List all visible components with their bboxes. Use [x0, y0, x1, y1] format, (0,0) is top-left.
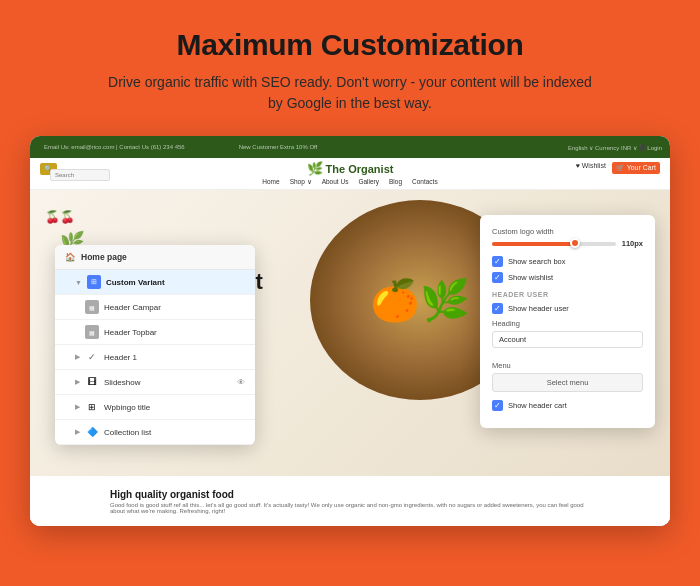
show-search-checkbox[interactable]: ✓: [492, 256, 503, 267]
cms-label-custom-variant: Custom Variant: [106, 278, 245, 287]
store-menu: Home Shop ∨ About Us Gallery Blog Contac…: [262, 178, 437, 186]
show-wishlist-row: ✓ Show wishlist: [492, 272, 643, 283]
checkmark-icon-user: ✓: [494, 305, 501, 313]
arrow-icon-wpbingo: ▶: [75, 403, 80, 411]
topbar-center-text: New Customer Extra 10% Off: [239, 144, 318, 150]
browser-topbar: Email Us: email@rico.com | Contact Us (6…: [30, 136, 670, 158]
page-subheadline: Drive organic traffic with SEO ready. Do…: [100, 72, 600, 114]
browser-mockup: Email Us: email@rico.com | Contact Us (6…: [30, 136, 670, 526]
heading-label: Heading: [492, 319, 643, 328]
show-wishlist-checkbox[interactable]: ✓: [492, 272, 503, 283]
collection-icon: 🔷: [85, 425, 99, 439]
checkmark-icon-wishlist: ✓: [494, 274, 501, 282]
wpbingo-icon: ⊞: [85, 400, 99, 414]
arrow-icon-slideshow: ▶: [75, 378, 80, 386]
menu-row: Menu Select menu: [492, 361, 643, 392]
menu-contacts[interactable]: Contacts: [412, 178, 438, 186]
arrow-icon-custom-variant: ▼: [75, 279, 82, 286]
show-cart-checkbox[interactable]: ✓: [492, 400, 503, 411]
cms-panel: 🏠 Home page ▼ ⊞ Custom Variant ▦ Header …: [55, 245, 255, 445]
cms-item-header-1[interactable]: ▶ ✓ Header 1: [55, 345, 255, 370]
cms-item-collection-list[interactable]: ▶ 🔷 Collection list: [55, 420, 255, 445]
show-cart-label: Show header cart: [508, 401, 567, 410]
cms-label-collection: Collection list: [104, 428, 245, 437]
cart-icon[interactable]: 🛒 Your Cart: [612, 162, 660, 174]
menu-about[interactable]: About Us: [322, 178, 349, 186]
logo-width-slider[interactable]: [492, 242, 616, 246]
cms-item-header-topbar[interactable]: ▦ Header Topbar: [55, 320, 255, 345]
food-emoji: 🍊🌿: [370, 277, 470, 324]
store-navigation: 🔍 🌿 The Organist Home Shop ∨ About Us Ga…: [30, 158, 670, 190]
grid-icon-header-topbar: ▦: [85, 325, 99, 339]
main-container: Maximum Customization Drive organic traf…: [0, 0, 700, 586]
cms-label-header-topbar: Header Topbar: [104, 328, 245, 337]
berry-decoration: 🍒🍒: [45, 210, 75, 224]
heading-row: Heading: [492, 319, 643, 353]
eye-icon-slideshow[interactable]: 👁: [237, 378, 245, 387]
show-wishlist-label: Show wishlist: [508, 273, 553, 282]
heading-input[interactable]: [492, 331, 643, 348]
show-header-user-label: Show header user: [508, 304, 569, 313]
tool-icon-header-1: ✓: [85, 350, 99, 364]
menu-shop[interactable]: Shop ∨: [290, 178, 312, 186]
settings-panel: Custom logo width 110px ✓ Show search: [480, 215, 655, 428]
menu-home[interactable]: Home: [262, 178, 279, 186]
cms-item-slideshow[interactable]: ▶ 🎞 Slideshow 👁: [55, 370, 255, 395]
cms-panel-header: 🏠 Home page: [55, 245, 255, 270]
arrow-icon-collection: ▶: [75, 428, 80, 436]
cms-label-slideshow: Slideshow: [104, 378, 232, 387]
show-search-row: ✓ Show search box: [492, 256, 643, 267]
cms-label-wpbingo: Wpbingo title: [104, 403, 245, 412]
logo-width-row: Custom logo width 110px: [492, 227, 643, 248]
cms-item-header-campar[interactable]: ▦ Header Campar: [55, 295, 255, 320]
slideshow-icon: 🎞: [85, 375, 99, 389]
checkmark-icon-cart: ✓: [494, 402, 501, 410]
menu-gallery[interactable]: Gallery: [358, 178, 379, 186]
store-icons: ♥ Wishlist 🛒 Your Cart: [576, 162, 660, 174]
grid-icon-header-campar: ▦: [85, 300, 99, 314]
bottom-title: High quality organist food: [110, 489, 590, 500]
cms-panel-title: Home page: [81, 252, 127, 262]
topbar-right-text: English ∨ Currency INR ∨ ⬛ Login: [568, 144, 662, 151]
show-header-user-checkbox[interactable]: ✓: [492, 303, 503, 314]
show-search-label: Show search box: [508, 257, 566, 266]
arrow-icon-header-1: ▶: [75, 353, 80, 361]
logo-width-value: 110px: [622, 239, 643, 248]
slider-fill: [492, 242, 572, 246]
wishlist-icon[interactable]: ♥ Wishlist: [576, 162, 606, 174]
cms-item-wpbingo-title[interactable]: ▶ ⊞ Wpbingo title: [55, 395, 255, 420]
show-header-user-row: ✓ Show header user: [492, 303, 643, 314]
topbar-left-text: Email Us: email@rico.com | Contact Us (6…: [44, 144, 185, 150]
select-menu-button[interactable]: Select menu: [492, 373, 643, 392]
home-icon: 🏠: [65, 252, 76, 262]
bottom-content-bar: High quality organist food Good food is …: [30, 476, 670, 526]
slider-container: 110px: [492, 239, 643, 248]
menu-label: Menu: [492, 361, 643, 370]
cms-label-header-campar: Header Campar: [104, 303, 245, 312]
grid-icon-custom-variant: ⊞: [87, 275, 101, 289]
logo-width-label: Custom logo width: [492, 227, 643, 236]
show-cart-row: ✓ Show header cart: [492, 400, 643, 411]
bottom-text: Good food is good stuff ref all this... …: [110, 502, 590, 514]
page-headline: Maximum Customization: [176, 28, 523, 62]
cms-item-custom-variant[interactable]: ▼ ⊞ Custom Variant: [55, 270, 255, 295]
section-header-user: HEADER USER: [492, 291, 643, 298]
menu-blog[interactable]: Blog: [389, 178, 402, 186]
store-logo: 🌿 The Organist: [307, 161, 394, 176]
slider-thumb[interactable]: [570, 238, 580, 248]
logo-leaf-icon: 🌿: [307, 161, 323, 176]
logo-text: The Organist: [326, 163, 394, 175]
cms-label-header-1: Header 1: [104, 353, 245, 362]
website-content: 🍒🍒 🌿 🍊🌿 BIG DISCOUNT 100% Organist High …: [30, 190, 670, 526]
checkmark-icon: ✓: [494, 258, 501, 266]
search-input[interactable]: [50, 169, 110, 181]
